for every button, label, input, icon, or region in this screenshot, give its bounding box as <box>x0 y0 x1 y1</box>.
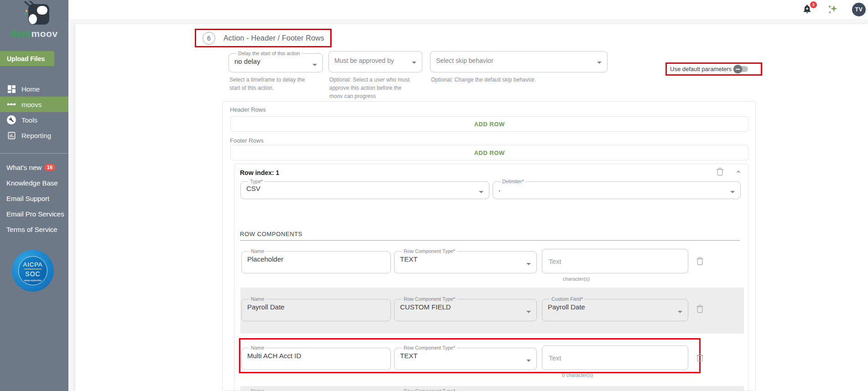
notifications-button[interactable]: 2 <box>802 4 814 15</box>
custom-field-select[interactable]: Custom Field* Payroll Date <box>542 297 688 321</box>
chevron-down-icon <box>526 311 531 313</box>
chevron-down-icon <box>412 62 416 64</box>
default-parameters-toggle[interactable] <box>734 66 748 72</box>
sidebar-nav: Home moovs Tools Reporting <box>0 81 68 143</box>
skip-behavior-placeholder: Select skip behavior <box>436 57 602 64</box>
sidebar-item-label: Tools <box>21 116 37 124</box>
component-type-select[interactable]: Row Component Type* <box>394 389 537 391</box>
link-email-support[interactable]: Email Support <box>0 190 68 206</box>
upload-files-button[interactable]: Upload Files <box>0 51 54 66</box>
sidebar-item-moovs[interactable]: moovs <box>0 97 68 112</box>
chevron-down-icon <box>479 191 483 193</box>
sidebar: datamoov Upload Files Home moovs Tools <box>0 0 68 391</box>
sparkles-icon <box>826 4 838 15</box>
skip-behavior-select[interactable]: Select skip behavior <box>430 51 608 72</box>
chevron-down-icon <box>730 191 735 193</box>
type-select[interactable]: Type* CSV <box>240 179 489 199</box>
component-name-input[interactable] <box>247 303 385 311</box>
delete-component-button[interactable] <box>696 353 704 363</box>
footer-rows-label: Footer Rows <box>230 137 264 144</box>
link-whats-new[interactable]: What's new 16 <box>0 159 68 175</box>
whats-new-count-badge: 16 <box>44 164 55 171</box>
component-type-select[interactable]: Row Component Type* CUSTOM FIELD <box>394 297 537 321</box>
brand-logo: datamoov <box>0 1 68 39</box>
component-type-value: TEXT <box>400 352 531 360</box>
sidebar-item-label: Reporting <box>21 132 51 139</box>
delete-row-button[interactable] <box>716 167 724 177</box>
trash-icon <box>696 353 704 362</box>
component-text-value-box <box>542 249 688 273</box>
aicpa-soc-badge: AICPA SOC aicpa.org/soc4so <box>12 250 54 292</box>
wrench-icon <box>6 115 16 124</box>
delay-select-value: no delay <box>234 57 317 65</box>
component-name-field[interactable]: Name <box>241 389 391 391</box>
topbar: 2 TV <box>68 0 868 19</box>
approved-by-placeholder: Must be approved by <box>334 57 416 64</box>
type-select-value: CSV <box>246 185 483 192</box>
component-text-input[interactable] <box>542 346 688 370</box>
delimiter-select-value: , <box>499 185 735 192</box>
sidebar-item-reporting[interactable]: Reporting <box>0 128 68 143</box>
chevron-up-icon <box>735 169 742 175</box>
add-header-row-button[interactable]: ADD ROW <box>230 116 748 132</box>
header-footer-rows-panel: Header Rows ADD ROW Footer Rows ADD ROW … <box>222 101 756 391</box>
delay-select[interactable]: Delay the start of this action no delay <box>229 51 323 72</box>
row-index-card: Row index: 1 Type* CSV Delimiter* , <box>234 164 748 391</box>
row-index-title: Row index: 1 <box>240 169 279 176</box>
content-card: 6 Action - Header / Footer Rows Delay th… <box>75 24 868 391</box>
chevron-down-icon <box>597 62 602 64</box>
default-parameters-label: Use default parameters <box>670 66 732 72</box>
header-rows-label: Header Rows <box>230 106 266 113</box>
trash-icon <box>696 257 704 265</box>
component-name-field[interactable]: Name <box>241 249 391 273</box>
sidebar-divider <box>0 153 68 154</box>
step-title: Action - Header / Footer Rows <box>223 34 324 42</box>
moovs-dots-icon <box>6 102 16 107</box>
delimiter-select[interactable]: Delimiter* , <box>493 179 741 199</box>
delay-helper-text: Select a timeframe to delay the start of… <box>229 76 314 92</box>
character-count-helper: character(s) <box>563 275 590 283</box>
component-name-input[interactable] <box>247 255 385 263</box>
component-name-input[interactable] <box>247 352 385 360</box>
sidebar-item-tools[interactable]: Tools <box>0 112 68 128</box>
link-terms-of-service[interactable]: Terms of Service <box>0 221 68 237</box>
component-text-input[interactable] <box>542 249 688 273</box>
sidebar-links: What's new 16 Knowledge Base Email Suppo… <box>0 159 68 237</box>
collapse-row-button[interactable] <box>735 169 742 176</box>
chevron-down-icon <box>526 263 531 265</box>
character-count-helper: 0 character(s) <box>562 371 593 379</box>
ai-assistant-button[interactable] <box>826 4 838 15</box>
step-header-annotation: 6 Action - Header / Footer Rows <box>195 29 332 47</box>
row-components-heading: ROW COMPONENTS <box>240 231 302 237</box>
dashboard-icon <box>6 85 16 93</box>
chevron-down-icon <box>312 64 317 66</box>
component-type-value: TEXT <box>400 255 531 263</box>
component-type-select[interactable]: Row Component Type* TEXT <box>394 249 537 273</box>
custom-field-value: Payroll Date <box>548 303 682 311</box>
approved-by-helper-text: Optional: Select a user who must approve… <box>329 76 411 100</box>
delete-component-button[interactable] <box>696 304 704 314</box>
step-number-badge: 6 <box>203 32 215 45</box>
datamoov-logo-icon <box>11 1 57 26</box>
chevron-down-icon <box>526 360 531 362</box>
component-name-field[interactable]: Name <box>241 345 391 370</box>
user-avatar[interactable]: TV <box>852 3 866 16</box>
brand-name: datamoov <box>0 28 68 39</box>
trash-icon <box>716 167 724 176</box>
sidebar-item-home[interactable]: Home <box>0 81 68 97</box>
chevron-down-icon <box>678 311 682 313</box>
notification-count-badge: 2 <box>810 1 817 8</box>
link-knowledge-base[interactable]: Knowledge Base <box>0 175 68 190</box>
sidebar-item-label: Home <box>21 85 40 93</box>
link-email-pro-services[interactable]: Email Pro Services <box>0 206 68 221</box>
delete-component-button[interactable] <box>696 257 704 267</box>
trash-icon <box>696 304 704 313</box>
component-type-select[interactable]: Row Component Type* TEXT <box>394 345 537 370</box>
component-name-field[interactable]: Name <box>241 297 391 321</box>
toggle-knob-minus-icon <box>733 65 742 73</box>
component-type-value: CUSTOM FIELD <box>400 303 531 311</box>
approved-by-select[interactable]: Must be approved by <box>328 51 422 72</box>
skip-helper-text: Optional: Change the default skip behavi… <box>431 76 582 84</box>
default-parameters-annotation: Use default parameters <box>665 62 762 76</box>
add-footer-row-button[interactable]: ADD ROW <box>230 145 748 160</box>
